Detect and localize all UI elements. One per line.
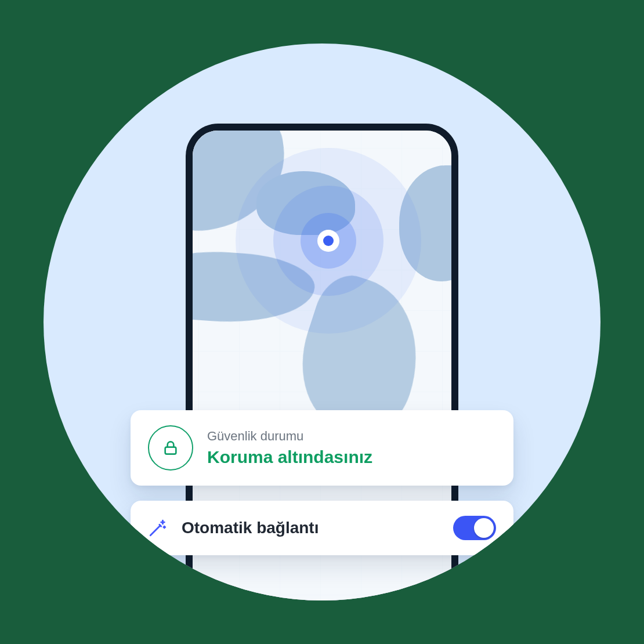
security-status-label: Güvenlik durumu xyxy=(207,429,372,444)
autoconnect-card: Otomatik bağlantı xyxy=(131,501,513,555)
svg-rect-0 xyxy=(165,447,176,454)
lock-icon xyxy=(148,425,193,471)
security-status-card: Güvenlik durumu Koruma altındasınız xyxy=(131,410,513,486)
autoconnect-label: Otomatik bağlantı xyxy=(182,519,439,537)
magic-wand-icon xyxy=(148,518,168,538)
location-dot-icon xyxy=(317,230,339,252)
background-circle: Güvenlik durumu Koruma altındasınız Otom xyxy=(44,44,600,600)
autoconnect-toggle[interactable] xyxy=(453,516,496,540)
promo-stage: Güvenlik durumu Koruma altındasınız Otom xyxy=(44,44,600,600)
floating-cards: Güvenlik durumu Koruma altındasınız Otom xyxy=(131,410,513,555)
security-status-value: Koruma altındasınız xyxy=(207,447,372,467)
